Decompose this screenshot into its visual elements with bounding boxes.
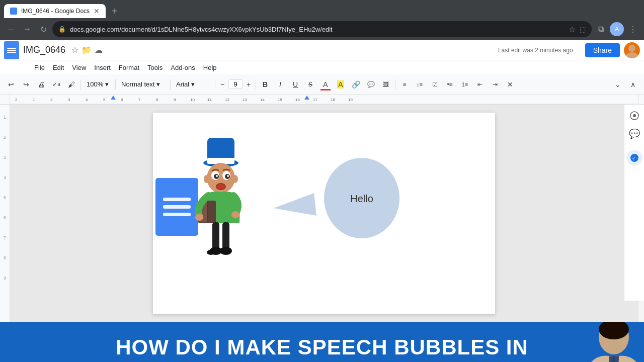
menu-format[interactable]: Format xyxy=(115,62,143,73)
print-button[interactable]: 🖨 xyxy=(34,77,48,92)
spellcheck-button[interactable]: ✓a xyxy=(49,77,63,92)
panel-comments-icon[interactable]: 💬 xyxy=(626,126,642,142)
svg-text:5: 5 xyxy=(103,98,106,102)
menu-help[interactable]: Help xyxy=(199,62,221,73)
icon-line-3 xyxy=(163,213,191,216)
logo-line-2 xyxy=(7,50,16,51)
docs-logo xyxy=(4,41,19,59)
cloud-icon[interactable]: ☁ xyxy=(95,45,103,55)
svg-text:7: 7 xyxy=(138,98,141,102)
page-viewport: Hello xyxy=(10,105,638,322)
style-value: Normal text xyxy=(121,80,154,88)
svg-text:15: 15 xyxy=(278,98,282,102)
menu-edit[interactable]: Edit xyxy=(49,62,68,73)
line-spacing-button[interactable]: ↕≡ xyxy=(413,77,427,92)
checklist-button[interactable]: ☑ xyxy=(428,77,442,92)
font-size-input[interactable] xyxy=(228,79,243,89)
divider-4 xyxy=(215,79,215,89)
svg-text:Hello: Hello xyxy=(350,193,373,204)
banner-line1: HOW DO I MAKE SPEECH BUBBLES IN xyxy=(116,335,528,360)
text-color-icon: A xyxy=(323,80,328,88)
new-tab-button[interactable]: + xyxy=(108,4,122,18)
font-selector[interactable]: Arial ▾ xyxy=(173,77,213,92)
lock-icon: 🔒 xyxy=(58,26,66,33)
menu-insert[interactable]: Insert xyxy=(90,62,115,73)
svg-text:12: 12 xyxy=(225,98,229,102)
content-area: 1 2 3 4 5 6 7 8 9 xyxy=(0,105,644,322)
svg-text:18: 18 xyxy=(331,98,335,102)
numbered-list-button[interactable]: 1≡ xyxy=(458,77,472,92)
icon-line-1 xyxy=(163,198,191,201)
menu-file[interactable]: File xyxy=(30,62,49,73)
underline-button[interactable]: U xyxy=(288,77,302,92)
menu-view[interactable]: View xyxy=(68,62,90,73)
zoom-value: 100% xyxy=(87,80,103,88)
extensions-button[interactable]: ⧉ xyxy=(594,22,608,36)
cast-icon[interactable]: ⬚ xyxy=(580,26,586,33)
share-button[interactable]: Share xyxy=(585,43,620,57)
nav-bar: ← → ↻ 🔒 docs.google.com/document/d/1sDLN… xyxy=(0,18,644,40)
menu-tools[interactable]: Tools xyxy=(143,62,167,73)
banner-line2: GOOGLE DOCS ? xyxy=(116,360,528,362)
svg-marker-24 xyxy=(304,96,309,100)
svg-point-1 xyxy=(625,52,638,58)
panel-active-icon[interactable]: ✓ xyxy=(626,150,642,166)
active-tab[interactable]: IMG_0646 - Google Docs ✕ xyxy=(4,4,106,18)
extensions-icon: ⧉ xyxy=(598,25,604,34)
star-icon[interactable]: ☆ xyxy=(71,45,78,55)
image-button[interactable]: 🖼 xyxy=(379,77,393,92)
clear-formatting-button[interactable]: ✕ xyxy=(503,77,517,92)
more-button[interactable]: ⋮ xyxy=(626,22,640,36)
svg-text:2: 2 xyxy=(15,98,18,102)
forward-button[interactable]: → xyxy=(20,22,34,36)
link-button[interactable]: 🔗 xyxy=(349,77,363,92)
docs-action-icons: ☆ 📁 ☁ xyxy=(71,45,103,55)
refresh-button[interactable]: ↻ xyxy=(36,22,50,36)
svg-text:✓: ✓ xyxy=(632,156,636,161)
address-bar[interactable]: 🔒 docs.google.com/document/d/1sDLNne5H8y… xyxy=(52,21,592,37)
divider-5 xyxy=(256,79,256,89)
bullet-list-button[interactable]: •≡ xyxy=(443,77,457,92)
strikethrough-button[interactable]: S xyxy=(303,77,317,92)
move-icon[interactable]: 📁 xyxy=(82,45,92,55)
font-value: Arial xyxy=(176,80,189,88)
svg-point-38 xyxy=(227,175,229,177)
decrease-indent-button[interactable]: ⇤ xyxy=(473,77,487,92)
panel-explore-icon[interactable] xyxy=(626,108,642,124)
svg-marker-23 xyxy=(111,96,116,100)
style-selector[interactable]: Normal text ▾ xyxy=(118,77,168,92)
redo-button[interactable]: ↪ xyxy=(19,77,33,92)
paint-format-button[interactable]: 🖌 xyxy=(64,77,78,92)
bottom-banner: HOW DO I MAKE SPEECH BUBBLES IN GOOGLE D… xyxy=(0,322,644,362)
svg-rect-49 xyxy=(222,222,229,250)
text-color-button[interactable]: A xyxy=(318,77,333,92)
bookmark-icon[interactable]: ☆ xyxy=(569,25,576,34)
toolbar-more-button[interactable]: ⌄ xyxy=(611,77,625,92)
bold-button[interactable]: B xyxy=(258,77,272,92)
icon-line-2 xyxy=(163,205,191,209)
undo-button[interactable]: ↩ xyxy=(4,77,18,92)
document-title[interactable]: IMG_0646 xyxy=(23,45,65,55)
svg-point-40 xyxy=(217,184,225,189)
decrease-font-button[interactable]: − xyxy=(217,79,227,89)
tab-close-button[interactable]: ✕ xyxy=(94,7,100,15)
increase-indent-button[interactable]: ⇥ xyxy=(488,77,502,92)
italic-button[interactable]: I xyxy=(273,77,287,92)
zoom-selector[interactable]: 100% ▾ xyxy=(83,77,113,92)
menu-addons[interactable]: Add-ons xyxy=(167,62,199,73)
address-text: docs.google.com/document/d/1sDLNne5H8ytv… xyxy=(70,26,565,33)
divider-3 xyxy=(170,79,171,89)
tab-title: IMG_0646 - Google Docs xyxy=(21,8,90,15)
profile-button[interactable]: A xyxy=(610,22,624,36)
align-button[interactable]: ≡ xyxy=(397,77,412,92)
svg-point-0 xyxy=(628,45,635,52)
toolbar-collapse-button[interactable]: ∧ xyxy=(626,77,640,92)
svg-text:4: 4 xyxy=(86,98,88,102)
svg-text:9: 9 xyxy=(174,98,176,102)
increase-font-button[interactable]: + xyxy=(244,79,254,89)
highlight-icon: A xyxy=(337,80,344,88)
svg-text:2: 2 xyxy=(50,98,53,102)
back-button[interactable]: ← xyxy=(4,22,18,36)
highlight-color-button[interactable]: A xyxy=(334,77,348,92)
comment-button[interactable]: 💬 xyxy=(364,77,378,92)
